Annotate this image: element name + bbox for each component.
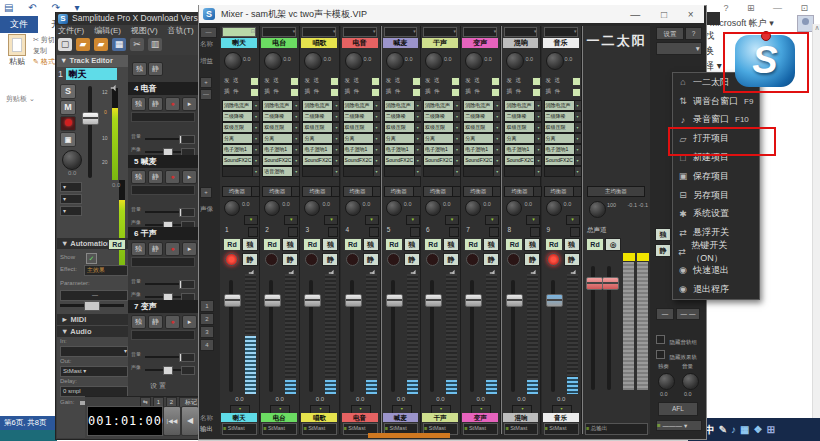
plugin-slot[interactable]: SoundFX2C	[384, 155, 415, 166]
mute-button[interactable]: 静	[443, 253, 459, 266]
pan-dropdown[interactable]: ▾	[566, 215, 580, 225]
master-fader-cap-left[interactable]	[586, 277, 603, 290]
solo-button[interactable]: 独	[282, 238, 298, 251]
eq-button[interactable]: 均衡器	[384, 186, 414, 197]
gain-knob[interactable]	[264, 52, 282, 70]
input-selector[interactable]: ▾	[262, 27, 296, 37]
volume-fader-cap[interactable]	[82, 112, 99, 125]
plugin-slot[interactable]	[463, 166, 494, 177]
channel-number-box[interactable]	[369, 227, 379, 237]
record-button[interactable]	[346, 253, 359, 266]
plugin-slot-dropdown[interactable]: ▾	[574, 111, 582, 122]
channel-name-label[interactable]: 电音	[342, 38, 378, 48]
shop-icon[interactable]: ❖	[754, 424, 763, 435]
plugin-slot-dropdown[interactable]: ▾	[332, 144, 340, 155]
rail-eq-expand[interactable]: +	[200, 187, 212, 198]
fader-cap[interactable]	[386, 294, 403, 307]
plugin-slot[interactable]	[423, 166, 454, 177]
narrow-strips-button[interactable]: —	[656, 308, 674, 320]
channel-number-box[interactable]	[489, 227, 499, 237]
plugin-slot-dropdown[interactable]: ▾	[332, 111, 340, 122]
plugin-slot-dropdown[interactable]: ▾	[292, 122, 300, 133]
eq-enable-box[interactable]	[492, 186, 501, 197]
plugin-slot[interactable]: 消除电流声	[504, 100, 535, 111]
clip-indicator-left[interactable]	[623, 253, 635, 261]
eq-button[interactable]: 均衡器	[544, 186, 574, 197]
plugin-slot[interactable]: 二级降噪	[504, 111, 535, 122]
plugin-slot[interactable]: 双级压限	[302, 122, 333, 133]
eq-button[interactable]: 均衡器	[504, 186, 534, 197]
channel-number-box[interactable]	[410, 227, 420, 237]
plugin-slot[interactable]: 二级降噪	[463, 111, 494, 122]
track-name-row[interactable]: 1 喇天	[58, 68, 117, 81]
channel-name-label[interactable]: 唱歌	[301, 38, 337, 48]
samplitude-menu[interactable]: 文件(F)	[58, 25, 84, 37]
master-pan-knob[interactable]	[589, 201, 606, 218]
record-button[interactable]	[265, 253, 278, 266]
eq-button[interactable]: 均衡器	[463, 186, 493, 197]
plugin-slot-dropdown[interactable]: ▾	[332, 166, 340, 177]
send-enable-box[interactable]	[412, 77, 421, 86]
plugin-slot[interactable]	[222, 166, 253, 177]
pan-knob[interactable]	[345, 200, 361, 216]
plugin-slot[interactable]: 双级压限	[504, 122, 535, 133]
mixer-setup-dropdown[interactable]: ▼	[656, 42, 702, 55]
track-monitor-button[interactable]: ▸	[182, 170, 197, 184]
plugin-slot-dropdown[interactable]: ▾	[453, 155, 461, 166]
samplitude-menu[interactable]: 音轨(T)	[168, 25, 194, 37]
track-monitor-button[interactable]: ▸	[182, 242, 197, 256]
plugin-slot[interactable]: 分离	[504, 133, 535, 144]
pan-knob[interactable]	[465, 200, 481, 216]
track-name-field[interactable]: 喇天	[66, 68, 117, 80]
samplitude-menu[interactable]: 视图(V)	[131, 25, 158, 37]
parameter-value[interactable]: —	[60, 290, 128, 301]
channel-name-bottom[interactable]: 干声	[422, 413, 458, 422]
plugin-slot[interactable]: 双级压限	[544, 122, 575, 133]
record-button[interactable]	[507, 253, 520, 266]
plugin-slot[interactable]: SoundFX2C	[463, 155, 494, 166]
track-mute-button[interactable]: 静	[148, 97, 163, 111]
gain-knob[interactable]	[506, 52, 524, 70]
mute-button[interactable]: 静	[363, 253, 379, 266]
track-mute-button[interactable]: 静	[148, 170, 163, 184]
plugin-enable-box[interactable]	[451, 88, 460, 97]
pan-dropdown[interactable]: ▾	[365, 215, 379, 225]
mute-button[interactable]: M	[60, 100, 76, 115]
plugin-slot[interactable]: 电子混响1	[504, 144, 535, 155]
rd-button[interactable]: Rd	[385, 238, 403, 251]
plugin-slot[interactable]: 消除电流声	[302, 100, 333, 111]
record-button[interactable]	[387, 253, 400, 266]
plugin-slot-dropdown[interactable]: ▾	[292, 100, 300, 111]
mute-button[interactable]: 静	[282, 253, 298, 266]
plugin-slot[interactable]: 电子混响1	[384, 144, 415, 155]
word-scrollbar[interactable]: ∧	[812, 24, 820, 441]
mixer-help-button[interactable]: ?	[685, 27, 702, 40]
plugin-slot-dropdown[interactable]: ▾	[252, 166, 260, 177]
mixer-close[interactable]: ×	[688, 9, 694, 20]
midi-section-header[interactable]: ► MIDI	[57, 314, 132, 325]
volume-fader-track[interactable]	[88, 86, 92, 178]
plugin-slot-dropdown[interactable]: ▾	[252, 122, 260, 133]
pan-knob[interactable]	[264, 200, 280, 216]
eq-button[interactable]: 均衡器	[222, 186, 252, 197]
track-monitor-button[interactable]: ▸	[182, 315, 197, 329]
master-eq-button[interactable]: 主均衡器	[587, 186, 645, 197]
channel-name-label[interactable]: 喇天	[221, 38, 257, 48]
back-button[interactable]: ◀	[181, 406, 199, 436]
plugin-slot[interactable]: SoundFX2C	[544, 155, 575, 166]
track-mute-button[interactable]: 静	[148, 242, 163, 256]
gain-knob[interactable]	[425, 52, 443, 70]
track-solo-button[interactable]: 独	[131, 242, 146, 256]
plugin-slot[interactable]: 消除电流声	[222, 100, 253, 111]
monitor-button[interactable]: ▣	[60, 132, 76, 147]
plugin-slot[interactable]	[343, 166, 374, 177]
plugin-slot[interactable]: 二级降噪	[302, 111, 333, 122]
plugin-slot[interactable]: 双级压限	[343, 122, 374, 133]
input-selector[interactable]: ▾	[544, 27, 578, 37]
channel-name-label[interactable]: 干声	[422, 38, 458, 48]
microphone-icon[interactable]: ♪	[731, 424, 736, 435]
fader-cap[interactable]	[506, 294, 523, 307]
plugin-slot-dropdown[interactable]: ▾	[373, 144, 381, 155]
pen-tool-icon[interactable]: ✎	[719, 424, 727, 435]
eq-enable-box[interactable]	[331, 186, 340, 197]
